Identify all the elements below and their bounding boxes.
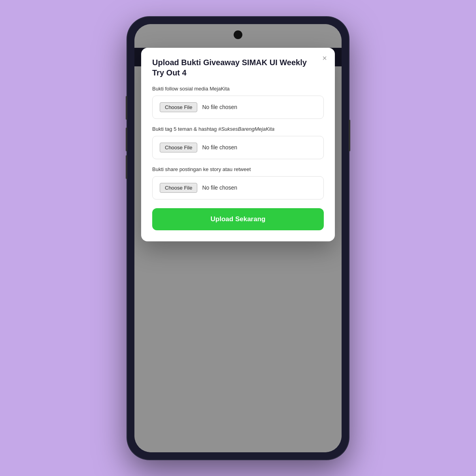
phone-screen: SIMAK UI WEEKLY TRY OUT 4 Preview Sub Te… xyxy=(134,24,342,452)
close-button[interactable]: × xyxy=(322,54,327,62)
modal-overlay: × Upload Bukti Giveaway SIMAK UI Weekly … xyxy=(134,24,342,452)
section-label-2: Bukti tag 5 teman & hashtag #SuksesBaren… xyxy=(152,126,324,132)
phone-frame: SIMAK UI WEEKLY TRY OUT 4 Preview Sub Te… xyxy=(127,17,349,459)
file-status-3: No file chosen xyxy=(202,184,237,191)
file-input-box-1[interactable]: Choose File No file chosen xyxy=(152,96,324,119)
section-label-3: Bukti share postingan ke story atau retw… xyxy=(152,166,324,172)
upload-button[interactable]: Upload Sekarang xyxy=(152,208,324,230)
phone-wrapper: SIMAK UI WEEKLY TRY OUT 4 Preview Sub Te… xyxy=(127,17,349,459)
file-status-1: No file chosen xyxy=(202,104,237,110)
section-label-1: Bukti follow sosial media MejaKita xyxy=(152,86,324,92)
modal-dialog: × Upload Bukti Giveaway SIMAK UI Weekly … xyxy=(141,48,335,241)
choose-file-button-2[interactable]: Choose File xyxy=(160,143,197,152)
file-input-box-3[interactable]: Choose File No file chosen xyxy=(152,176,324,199)
file-status-2: No file chosen xyxy=(202,144,237,151)
choose-file-button-3[interactable]: Choose File xyxy=(160,183,197,193)
choose-file-button-1[interactable]: Choose File xyxy=(160,102,197,112)
modal-title: Upload Bukti Giveaway SIMAK UI Weekly Tr… xyxy=(152,57,324,78)
camera-icon xyxy=(234,30,242,39)
file-input-box-2[interactable]: Choose File No file chosen xyxy=(152,136,324,159)
